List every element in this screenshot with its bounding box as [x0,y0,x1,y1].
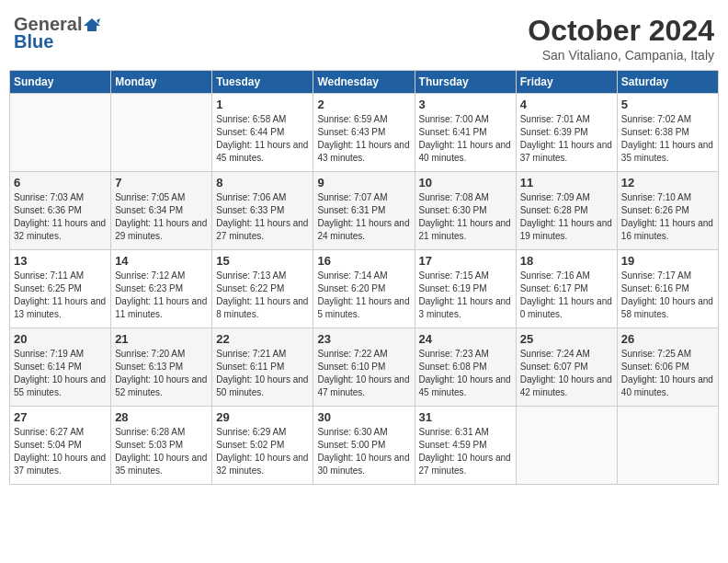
table-row: 25Sunrise: 7:24 AMSunset: 6:07 PMDayligh… [516,328,617,407]
table-row: 18Sunrise: 7:16 AMSunset: 6:17 PMDayligh… [516,250,617,328]
table-row [10,94,111,172]
table-row: 19Sunrise: 7:17 AMSunset: 6:16 PMDayligh… [617,250,718,328]
header-monday: Monday [111,71,212,94]
day-number: 14 [115,254,208,268]
day-detail: Sunrise: 7:12 AMSunset: 6:23 PMDaylight:… [115,270,208,321]
day-number: 19 [621,254,714,268]
day-detail: Sunrise: 6:29 AMSunset: 5:02 PMDaylight:… [216,426,309,477]
day-number: 7 [115,176,208,190]
day-number: 31 [419,410,512,424]
logo-bird-icon [84,17,100,33]
day-number: 18 [520,254,613,268]
day-detail: Sunrise: 7:00 AMSunset: 6:41 PMDaylight:… [419,113,512,165]
table-row: 9Sunrise: 7:07 AMSunset: 6:31 PMDaylight… [313,172,415,250]
table-row: 31Sunrise: 6:31 AMSunset: 4:59 PMDayligh… [415,407,516,485]
day-number: 25 [520,332,613,346]
table-row: 15Sunrise: 7:13 AMSunset: 6:22 PMDayligh… [212,250,313,328]
table-row: 17Sunrise: 7:15 AMSunset: 6:19 PMDayligh… [415,250,516,328]
table-row [617,407,718,485]
table-row: 12Sunrise: 7:10 AMSunset: 6:26 PMDayligh… [617,172,718,250]
table-row: 4Sunrise: 7:01 AMSunset: 6:39 PMDaylight… [516,94,617,172]
day-number: 8 [216,176,309,190]
day-detail: Sunrise: 7:06 AMSunset: 6:33 PMDaylight:… [216,191,309,243]
day-number: 30 [317,410,410,424]
day-detail: Sunrise: 7:15 AMSunset: 6:19 PMDaylight:… [419,270,512,321]
table-row: 30Sunrise: 6:30 AMSunset: 5:00 PMDayligh… [313,407,415,485]
location-title: San Vitaliano, Campania, Italy [528,48,714,63]
day-detail: Sunrise: 7:25 AMSunset: 6:06 PMDaylight:… [621,348,714,399]
day-detail: Sunrise: 6:28 AMSunset: 5:03 PMDaylight:… [115,426,208,477]
day-detail: Sunrise: 7:09 AMSunset: 6:28 PMDaylight:… [520,191,613,243]
table-row: 3Sunrise: 7:00 AMSunset: 6:41 PMDaylight… [415,94,516,172]
day-detail: Sunrise: 6:58 AMSunset: 6:44 PMDaylight:… [216,113,309,165]
day-number: 3 [419,98,512,111]
header-thursday: Thursday [415,71,516,94]
day-detail: Sunrise: 7:19 AMSunset: 6:14 PMDaylight:… [14,348,107,399]
day-number: 21 [115,332,208,346]
day-number: 12 [621,176,714,190]
table-row: 16Sunrise: 7:14 AMSunset: 6:20 PMDayligh… [313,250,415,328]
table-row [516,407,617,485]
day-detail: Sunrise: 7:16 AMSunset: 6:17 PMDaylight:… [520,270,613,321]
table-row: 6Sunrise: 7:03 AMSunset: 6:36 PMDaylight… [10,172,111,250]
day-number: 27 [14,410,107,424]
calendar-week-row: 20Sunrise: 7:19 AMSunset: 6:14 PMDayligh… [10,328,719,407]
day-number: 11 [520,176,613,190]
day-number: 1 [216,98,309,111]
day-detail: Sunrise: 7:23 AMSunset: 6:08 PMDaylight:… [419,348,512,399]
header-saturday: Saturday [617,71,718,94]
day-number: 5 [621,98,714,111]
day-detail: Sunrise: 6:30 AMSunset: 5:00 PMDaylight:… [317,426,410,477]
day-number: 20 [14,332,107,346]
day-detail: Sunrise: 7:05 AMSunset: 6:34 PMDaylight:… [115,191,208,243]
header-wednesday: Wednesday [313,71,415,94]
day-number: 24 [419,332,512,346]
day-number: 4 [520,98,613,111]
calendar-table: Sunday Monday Tuesday Wednesday Thursday… [9,70,719,485]
day-detail: Sunrise: 7:22 AMSunset: 6:10 PMDaylight:… [317,348,410,399]
day-detail: Sunrise: 7:17 AMSunset: 6:16 PMDaylight:… [621,270,714,321]
table-row: 29Sunrise: 6:29 AMSunset: 5:02 PMDayligh… [212,407,313,485]
day-number: 16 [317,254,410,268]
header: General Blue October 2024 San Vitaliano,… [9,9,719,63]
calendar-week-row: 6Sunrise: 7:03 AMSunset: 6:36 PMDaylight… [10,172,719,250]
calendar-week-row: 1Sunrise: 6:58 AMSunset: 6:44 PMDaylight… [10,94,719,172]
day-detail: Sunrise: 7:02 AMSunset: 6:38 PMDaylight:… [621,113,714,165]
day-detail: Sunrise: 6:27 AMSunset: 5:04 PMDaylight:… [14,426,107,477]
table-row: 21Sunrise: 7:20 AMSunset: 6:13 PMDayligh… [111,328,212,407]
day-detail: Sunrise: 7:10 AMSunset: 6:26 PMDaylight:… [621,191,714,243]
day-number: 28 [115,410,208,424]
day-number: 10 [419,176,512,190]
day-number: 15 [216,254,309,268]
table-row: 2Sunrise: 6:59 AMSunset: 6:43 PMDaylight… [313,94,415,172]
day-detail: Sunrise: 7:07 AMSunset: 6:31 PMDaylight:… [317,191,410,243]
day-detail: Sunrise: 7:14 AMSunset: 6:20 PMDaylight:… [317,270,410,321]
header-sunday: Sunday [10,71,111,94]
header-tuesday: Tuesday [212,71,313,94]
month-title: October 2024 [528,14,714,48]
logo-blue: Blue [14,31,53,52]
table-row: 10Sunrise: 7:08 AMSunset: 6:30 PMDayligh… [415,172,516,250]
day-number: 17 [419,254,512,268]
day-number: 29 [216,410,309,424]
day-number: 9 [317,176,410,190]
table-row: 14Sunrise: 7:12 AMSunset: 6:23 PMDayligh… [111,250,212,328]
day-number: 2 [317,98,410,111]
table-row: 26Sunrise: 7:25 AMSunset: 6:06 PMDayligh… [617,328,718,407]
table-row: 7Sunrise: 7:05 AMSunset: 6:34 PMDaylight… [111,172,212,250]
header-friday: Friday [516,71,617,94]
day-detail: Sunrise: 7:20 AMSunset: 6:13 PMDaylight:… [115,348,208,399]
day-detail: Sunrise: 7:21 AMSunset: 6:11 PMDaylight:… [216,348,309,399]
day-number: 13 [14,254,107,268]
day-detail: Sunrise: 7:01 AMSunset: 6:39 PMDaylight:… [520,113,613,165]
calendar-week-row: 13Sunrise: 7:11 AMSunset: 6:25 PMDayligh… [10,250,719,328]
table-row: 8Sunrise: 7:06 AMSunset: 6:33 PMDaylight… [212,172,313,250]
table-row [111,94,212,172]
table-row: 13Sunrise: 7:11 AMSunset: 6:25 PMDayligh… [10,250,111,328]
weekday-header-row: Sunday Monday Tuesday Wednesday Thursday… [10,71,719,94]
day-number: 22 [216,332,309,346]
day-detail: Sunrise: 7:13 AMSunset: 6:22 PMDaylight:… [216,270,309,321]
logo: General Blue [14,14,100,52]
table-row: 23Sunrise: 7:22 AMSunset: 6:10 PMDayligh… [313,328,415,407]
day-number: 23 [317,332,410,346]
